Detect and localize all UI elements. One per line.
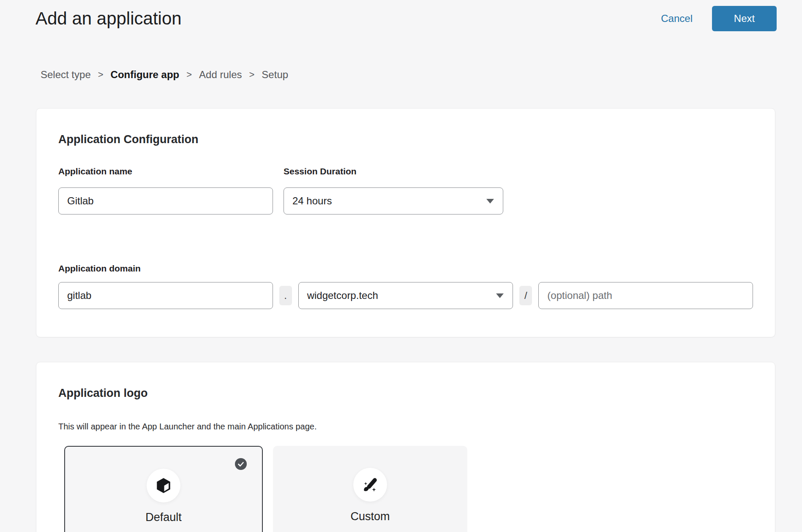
- logo-option-custom-label: Custom: [273, 510, 467, 523]
- breadcrumb-separator: >: [249, 69, 255, 80]
- session-duration-label: Session Duration: [284, 166, 503, 176]
- dot-separator: .: [279, 286, 292, 305]
- next-button[interactable]: Next: [712, 6, 777, 31]
- paintbrush-icon: [361, 476, 379, 494]
- breadcrumb: Select type > Configure app > Add rules …: [41, 69, 802, 81]
- name-session-row: Application name Session Duration 24 hou…: [58, 166, 753, 214]
- slash-separator: /: [519, 286, 532, 305]
- header-actions: Cancel Next: [661, 6, 777, 31]
- application-domain-row: . widgetcorp.tech /: [58, 282, 753, 309]
- application-name-input[interactable]: [58, 187, 273, 214]
- custom-logo-circle: [353, 468, 387, 502]
- logo-option-default[interactable]: Default: [64, 446, 263, 532]
- domain-select[interactable]: widgetcorp.tech: [298, 282, 513, 309]
- check-icon: [235, 458, 247, 470]
- page-header: Add an application Cancel Next: [0, 0, 802, 31]
- breadcrumb-step-select-type[interactable]: Select type: [41, 69, 91, 81]
- default-logo-circle: [147, 469, 180, 502]
- application-domain-label: Application domain: [58, 263, 753, 274]
- cancel-button[interactable]: Cancel: [661, 13, 693, 24]
- application-logo-card: Application logo This will appear in the…: [36, 362, 775, 532]
- logo-option-default-label: Default: [65, 511, 262, 524]
- subdomain-input[interactable]: [58, 282, 273, 309]
- breadcrumb-step-setup[interactable]: Setup: [262, 69, 288, 81]
- session-duration-select[interactable]: 24 hours: [284, 187, 503, 214]
- application-logo-heading: Application logo: [58, 387, 753, 400]
- session-duration-value: 24 hours: [292, 195, 332, 207]
- breadcrumb-separator: >: [98, 69, 104, 80]
- application-configuration-card: Application Configuration Application na…: [36, 108, 775, 337]
- application-name-label: Application name: [58, 166, 273, 176]
- cube-icon: [155, 477, 172, 494]
- path-input[interactable]: [538, 282, 753, 309]
- page-title: Add an application: [35, 8, 182, 29]
- chevron-down-icon: [486, 199, 494, 204]
- application-logo-description: This will appear in the App Launcher and…: [58, 422, 753, 432]
- breadcrumb-step-add-rules[interactable]: Add rules: [199, 69, 242, 81]
- breadcrumb-separator: >: [186, 69, 192, 80]
- breadcrumb-step-configure-app[interactable]: Configure app: [111, 69, 180, 81]
- domain-value: widgetcorp.tech: [307, 290, 378, 301]
- application-configuration-heading: Application Configuration: [58, 133, 753, 146]
- logo-option-custom[interactable]: Custom: [273, 446, 467, 532]
- chevron-down-icon: [496, 293, 504, 298]
- logo-options-row: Default Custom: [64, 446, 753, 532]
